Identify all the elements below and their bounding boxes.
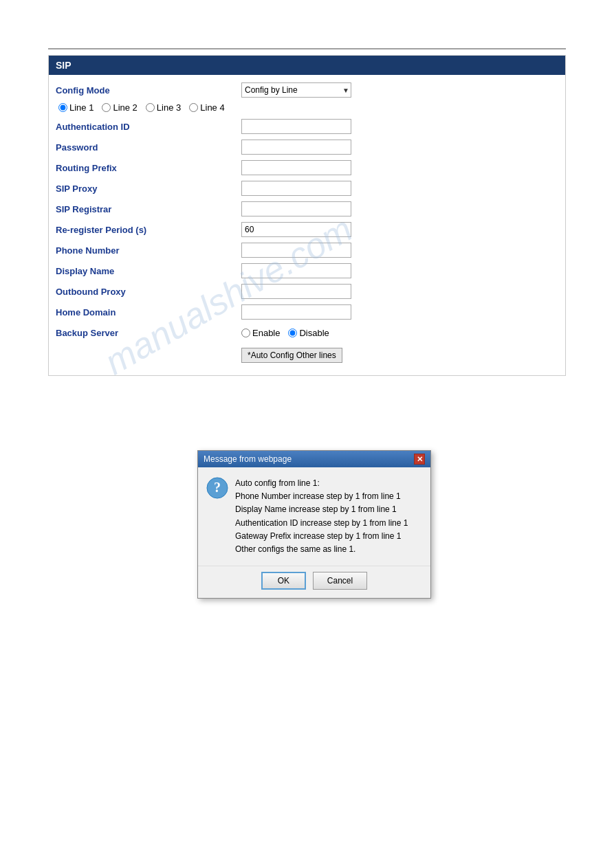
dialog-line-6: Other configs the same as line 1. xyxy=(235,543,408,556)
dialog-line-1: Auto config from line 1: xyxy=(235,477,408,490)
dialog-cancel-button[interactable]: Cancel xyxy=(313,572,367,590)
dialog-message: Auto config from line 1: Phone Number in… xyxy=(235,477,408,556)
dialog-content: ? Auto config from line 1: Phone Number … xyxy=(198,467,430,566)
dialog-line-3: Display Name increase step by 1 from lin… xyxy=(235,503,408,516)
dialog-close-button[interactable]: ✕ xyxy=(414,454,425,465)
dialog-ok-button[interactable]: OK xyxy=(261,572,306,590)
dialog-info-icon: ? xyxy=(206,477,228,499)
svg-text:?: ? xyxy=(214,480,221,495)
page-wrapper: SIP Config Mode Config by Line Config by… xyxy=(0,0,614,868)
dialog-line-5: Gateway Prefix increase step by 1 from l… xyxy=(235,530,408,543)
dialog-titlebar: Message from webpage ✕ xyxy=(198,451,430,467)
dialog-line-2: Phone Number increase step by 1 from lin… xyxy=(235,490,408,503)
dialog-footer: OK Cancel xyxy=(198,566,430,598)
dialog-title: Message from webpage xyxy=(204,454,292,464)
dialog-overlay: Message from webpage ✕ ? Auto config fro… xyxy=(0,0,614,868)
dialog-line-4: Authentication ID increase step by 1 fro… xyxy=(235,517,408,530)
dialog-box: Message from webpage ✕ ? Auto config fro… xyxy=(197,450,431,599)
